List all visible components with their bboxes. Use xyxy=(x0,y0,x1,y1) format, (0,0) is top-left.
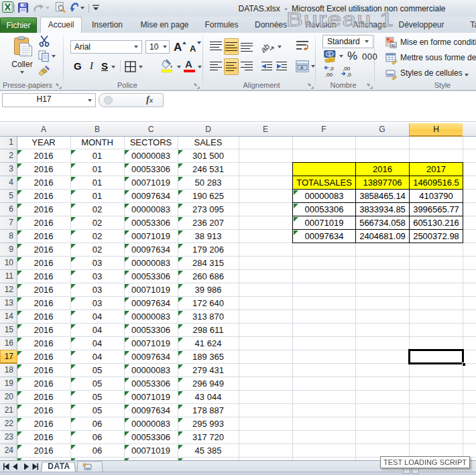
svg-text:$: $ xyxy=(329,52,331,56)
svg-text:≤: ≤ xyxy=(394,43,396,48)
svg-text:,00: ,00 xyxy=(343,66,351,72)
svg-text:ab: ab xyxy=(261,42,272,54)
svg-text:,0: ,0 xyxy=(329,66,334,72)
svg-text:,0: ,0 xyxy=(347,72,351,78)
svg-text:,00: ,00 xyxy=(325,72,333,78)
